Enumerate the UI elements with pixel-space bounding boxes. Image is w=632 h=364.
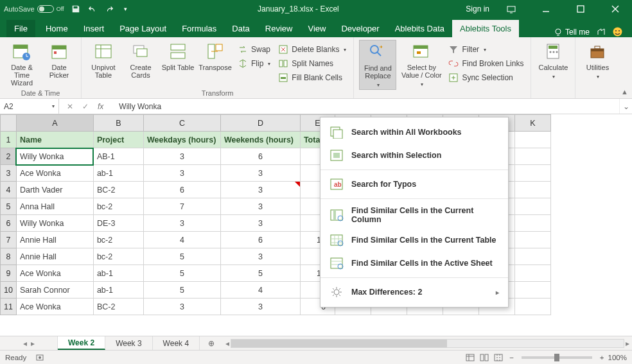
- tab-insert[interactable]: Insert: [76, 20, 112, 37]
- tab-developer[interactable]: Developer: [333, 20, 387, 37]
- svg-rect-48: [331, 258, 342, 268]
- group-transform: Unpivot Table Create Cards Split Table T…: [82, 37, 354, 98]
- menu-search-typos[interactable]: abSearch for Typos: [320, 173, 508, 196]
- zoom-in-icon[interactable]: +: [600, 354, 604, 361]
- spreadsheet-grid[interactable]: A B C D E F G H I J K 1 Name Project Wee…: [0, 114, 632, 336]
- group-label: Date & Time: [21, 89, 60, 97]
- svg-point-32: [553, 51, 555, 53]
- tab-view[interactable]: View: [300, 20, 333, 37]
- redo-icon[interactable]: [104, 4, 114, 14]
- cell-A2[interactable]: Willy Wonka: [16, 148, 93, 165]
- svg-rect-26: [414, 46, 428, 49]
- autosave-label: AutoSave: [4, 5, 35, 13]
- menu-search-selection[interactable]: Search within Selection: [320, 144, 508, 167]
- delete-blanks-button[interactable]: Delete Blanks▾: [276, 42, 348, 56]
- sync-selection-button[interactable]: Sync Selection: [446, 71, 525, 85]
- create-cards-button[interactable]: Create Cards: [124, 40, 157, 79]
- titlebar: AutoSave Off ▾ January_18.xlsx - Excel S…: [0, 0, 632, 18]
- calculator-icon: [543, 41, 563, 62]
- close-icon[interactable]: [602, 0, 628, 18]
- select-all-corner[interactable]: [1, 115, 17, 132]
- cancel-formula-icon[interactable]: ✕: [67, 102, 73, 111]
- sheet-nav[interactable]: ◂▸: [0, 336, 58, 350]
- col-header[interactable]: D: [220, 115, 300, 132]
- menu-similar-table[interactable]: Find Similar Cells in the Current Table: [320, 229, 508, 252]
- fx-icon[interactable]: fx: [98, 102, 103, 111]
- svg-point-50: [334, 290, 339, 295]
- tab-review[interactable]: Review: [258, 20, 301, 37]
- svg-rect-23: [281, 77, 286, 79]
- macro-recorder-icon[interactable]: [35, 353, 44, 362]
- cards-icon: [130, 41, 151, 62]
- menu-search-all-workbooks[interactable]: Search within All Workbooks: [320, 121, 508, 144]
- status-ready: Ready: [5, 354, 26, 361]
- name-box[interactable]: A2 ▾: [0, 99, 59, 114]
- maximize-icon[interactable]: [568, 0, 593, 18]
- formula-input[interactable]: Willy Wonka: [115, 99, 619, 114]
- date-time-wizard-button[interactable]: Date & Time Wizard: [5, 40, 39, 87]
- find-broken-links-button[interactable]: Find Broken Links: [446, 56, 525, 71]
- view-normal-icon[interactable]: [463, 352, 477, 363]
- unpivot-table-button[interactable]: Unpivot Table: [87, 40, 120, 79]
- horizontal-scrollbar[interactable]: ◂ ▸: [223, 336, 632, 350]
- utilities-button[interactable]: Utilities▾: [581, 40, 614, 81]
- save-icon[interactable]: [71, 4, 81, 14]
- gear-icon: [329, 285, 344, 299]
- accept-formula-icon[interactable]: ✓: [82, 102, 89, 111]
- fill-blank-button[interactable]: Fill Blank Cells: [276, 71, 348, 85]
- sheet-tab-week2[interactable]: Week 2: [58, 336, 105, 350]
- split-table-button[interactable]: Split Table: [161, 40, 195, 71]
- group-calculate: Calculate▾: [531, 37, 575, 98]
- col-header[interactable]: B: [93, 115, 143, 132]
- tab-data[interactable]: Data: [224, 20, 257, 37]
- find-replace-button[interactable]: Find and Replace▾: [359, 40, 396, 90]
- group-utilities: Utilities▾: [575, 37, 619, 98]
- expand-formula-icon[interactable]: ⌄: [619, 99, 632, 114]
- menu-max-differences[interactable]: Max Differences: 2▸: [320, 281, 508, 304]
- swap-button[interactable]: Swap: [236, 42, 272, 56]
- col-header[interactable]: A: [16, 115, 93, 132]
- date-picker-button[interactable]: Date Picker: [42, 40, 76, 79]
- undo-icon[interactable]: [87, 4, 98, 14]
- tab-ablebits-data[interactable]: Ablebits Data: [387, 20, 452, 37]
- share-icon[interactable]: [596, 27, 606, 37]
- qat-dropdown-icon[interactable]: ▾: [121, 4, 131, 14]
- select-by-button[interactable]: Select by Value / Color▾: [400, 40, 443, 89]
- tab-formulas[interactable]: Formulas: [174, 20, 224, 37]
- svg-rect-27: [417, 51, 421, 54]
- zoom-out-icon[interactable]: −: [509, 354, 514, 361]
- menu-similar-sheet[interactable]: Find Similar Cells in the Active Sheet: [320, 252, 508, 275]
- filter-button[interactable]: Filter▾: [446, 42, 525, 56]
- svg-text:ab: ab: [334, 181, 342, 188]
- menu-similar-column[interactable]: Find Similar Cells in the Current Column: [320, 202, 508, 229]
- calculate-button[interactable]: Calculate▾: [536, 40, 570, 81]
- tab-page-layout[interactable]: Page Layout: [112, 20, 174, 37]
- collapse-ribbon-icon[interactable]: ▲: [621, 88, 628, 96]
- sync-icon: [448, 73, 459, 83]
- ribbon-options-icon[interactable]: [498, 0, 524, 18]
- sheet-tab-week4[interactable]: Week 4: [153, 336, 200, 350]
- calendar-icon: [49, 41, 69, 62]
- split-names-button[interactable]: Split Names: [276, 56, 348, 71]
- tab-file[interactable]: File: [6, 20, 35, 37]
- col-header[interactable]: K: [514, 115, 550, 132]
- view-page-break-icon[interactable]: [491, 352, 505, 363]
- transpose-button[interactable]: Transpose: [198, 40, 232, 71]
- autosave-toggle[interactable]: AutoSave Off: [4, 5, 64, 13]
- add-sheet-button[interactable]: ⊕: [200, 336, 223, 350]
- tellme[interactable]: Tell me: [554, 28, 590, 37]
- minimize-icon[interactable]: [533, 0, 559, 18]
- sheet-tab-week3[interactable]: Week 3: [105, 336, 152, 350]
- view-page-layout-icon[interactable]: [477, 352, 491, 363]
- toolbox-icon: [587, 41, 608, 62]
- zoom-slider[interactable]: [522, 356, 592, 359]
- workbooks-icon: [329, 125, 344, 139]
- flip-button[interactable]: Flip▾: [236, 56, 272, 71]
- tab-ablebits-tools[interactable]: Ablebits Tools: [452, 20, 519, 37]
- smiley-icon[interactable]: [612, 26, 623, 37]
- col-header[interactable]: C: [143, 115, 220, 132]
- tab-home[interactable]: Home: [38, 20, 76, 37]
- signin-link[interactable]: Sign in: [466, 4, 489, 13]
- zoom-level[interactable]: 100%: [608, 354, 627, 361]
- similar-column-icon: [329, 208, 344, 222]
